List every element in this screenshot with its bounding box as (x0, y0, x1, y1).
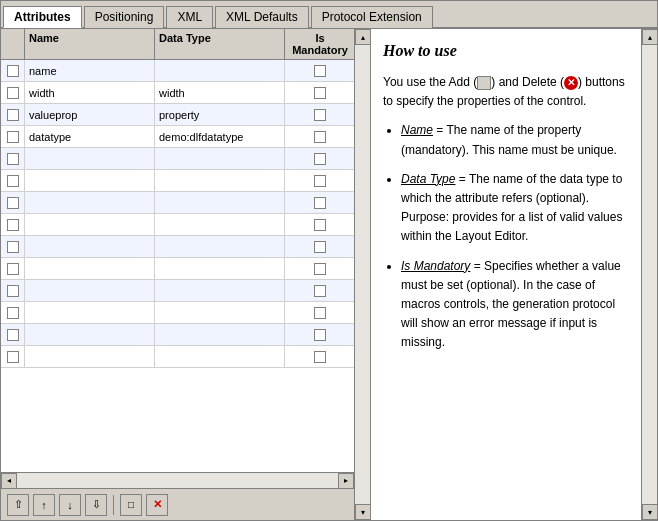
add-button[interactable]: □ (120, 494, 142, 516)
tab-xml[interactable]: XML (166, 6, 213, 28)
row-6-mandatory (285, 192, 354, 213)
scroll-right-button[interactable]: ▸ (338, 473, 354, 489)
col-datatype-header: Data Type (155, 29, 285, 59)
row-11-mandatory-checkbox[interactable] (314, 307, 326, 319)
scroll-up-button[interactable]: ▴ (355, 29, 370, 45)
table-row[interactable] (1, 214, 354, 236)
row-9-checkbox-col (1, 258, 25, 279)
row-1-mandatory (285, 82, 354, 103)
row-7-name (25, 214, 155, 235)
row-6-mandatory-checkbox[interactable] (314, 197, 326, 209)
row-1-checkbox-col (1, 82, 25, 103)
row-9-mandatory-checkbox[interactable] (314, 263, 326, 275)
row-4-mandatory-checkbox[interactable] (314, 153, 326, 165)
tab-protocol-extension[interactable]: Protocol Extension (311, 6, 433, 28)
row-12-name (25, 324, 155, 345)
row-1-mandatory-checkbox[interactable] (314, 87, 326, 99)
table-row[interactable] (1, 170, 354, 192)
row-7-mandatory-checkbox[interactable] (314, 219, 326, 231)
horizontal-scrollbar: ◂ ▸ (1, 472, 354, 488)
row-0-mandatory-checkbox[interactable] (314, 65, 326, 77)
table-row[interactable] (1, 258, 354, 280)
row-12-checkbox[interactable] (7, 329, 19, 341)
delete-button[interactable]: ✕ (146, 494, 168, 516)
row-3-mandatory (285, 126, 354, 147)
row-6-datatype (155, 192, 285, 213)
table-row[interactable] (1, 280, 354, 302)
row-4-name (25, 148, 155, 169)
row-9-checkbox[interactable] (7, 263, 19, 275)
row-3-checkbox[interactable] (7, 131, 19, 143)
table-row[interactable] (1, 148, 354, 170)
table-row[interactable] (1, 324, 354, 346)
scroll-track[interactable] (17, 473, 338, 489)
row-7-mandatory (285, 214, 354, 235)
row-13-name (25, 346, 155, 367)
row-8-name (25, 236, 155, 257)
table-row[interactable] (1, 192, 354, 214)
row-4-checkbox-col (1, 148, 25, 169)
row-8-mandatory-checkbox[interactable] (314, 241, 326, 253)
row-11-checkbox[interactable] (7, 307, 19, 319)
row-10-checkbox[interactable] (7, 285, 19, 297)
row-12-mandatory (285, 324, 354, 345)
row-1-checkbox[interactable] (7, 87, 19, 99)
move-down-button[interactable]: ↓ (59, 494, 81, 516)
row-0-checkbox[interactable] (7, 65, 19, 77)
row-4-checkbox[interactable] (7, 153, 19, 165)
help-item-datatype-label: Data Type (401, 172, 455, 186)
help-item-name-label: Name (401, 123, 433, 137)
tab-attributes[interactable]: Attributes (3, 6, 82, 28)
tab-protocol-extension-label: Protocol Extension (322, 10, 422, 24)
scroll-left-button[interactable]: ◂ (1, 473, 17, 489)
table-row[interactable]: datatype demo:dlfdatatype (1, 126, 354, 148)
row-5-datatype (155, 170, 285, 191)
move-bottom-button[interactable]: ⇩ (85, 494, 107, 516)
row-12-checkbox-col (1, 324, 25, 345)
right-scroll-track[interactable] (642, 45, 657, 504)
row-6-checkbox[interactable] (7, 197, 19, 209)
row-8-mandatory (285, 236, 354, 257)
move-top-button[interactable]: ⇧ (7, 494, 29, 516)
table-row[interactable]: name (1, 60, 354, 82)
delete-icon: ✕ (153, 498, 162, 511)
table-row[interactable]: valueprop property (1, 104, 354, 126)
row-13-checkbox[interactable] (7, 351, 19, 363)
row-5-mandatory-checkbox[interactable] (314, 175, 326, 187)
row-3-mandatory-checkbox[interactable] (314, 131, 326, 143)
table-row[interactable]: width width (1, 82, 354, 104)
row-12-mandatory-checkbox[interactable] (314, 329, 326, 341)
tab-bar: Attributes Positioning XML XML Defaults … (1, 1, 657, 29)
right-scroll-up-button[interactable]: ▴ (642, 29, 657, 45)
row-6-checkbox-col (1, 192, 25, 213)
scroll-track-vertical[interactable] (355, 45, 370, 504)
move-down-icon: ↓ (67, 499, 73, 511)
add-icon-inline (477, 76, 491, 90)
tab-xml-label: XML (177, 10, 202, 24)
row-2-checkbox[interactable] (7, 109, 19, 121)
move-up-button[interactable]: ↑ (33, 494, 55, 516)
row-5-checkbox[interactable] (7, 175, 19, 187)
right-scroll-down-button[interactable]: ▾ (642, 504, 657, 520)
tab-xml-defaults-label: XML Defaults (226, 10, 298, 24)
row-0-name: name (25, 60, 155, 81)
table-row[interactable] (1, 346, 354, 368)
row-7-datatype (155, 214, 285, 235)
tab-positioning[interactable]: Positioning (84, 6, 165, 28)
row-13-mandatory-checkbox[interactable] (314, 351, 326, 363)
row-7-checkbox[interactable] (7, 219, 19, 231)
row-10-datatype (155, 280, 285, 301)
row-4-mandatory (285, 148, 354, 169)
row-2-mandatory-checkbox[interactable] (314, 109, 326, 121)
row-13-mandatory (285, 346, 354, 367)
table-row[interactable] (1, 236, 354, 258)
row-10-mandatory-checkbox[interactable] (314, 285, 326, 297)
row-0-checkbox-col (1, 60, 25, 81)
row-0-datatype (155, 60, 285, 81)
tab-positioning-label: Positioning (95, 10, 154, 24)
scroll-down-button[interactable]: ▾ (355, 504, 370, 520)
tab-xml-defaults[interactable]: XML Defaults (215, 6, 309, 28)
row-8-checkbox[interactable] (7, 241, 19, 253)
table-row[interactable] (1, 302, 354, 324)
row-3-datatype: demo:dlfdatatype (155, 126, 285, 147)
